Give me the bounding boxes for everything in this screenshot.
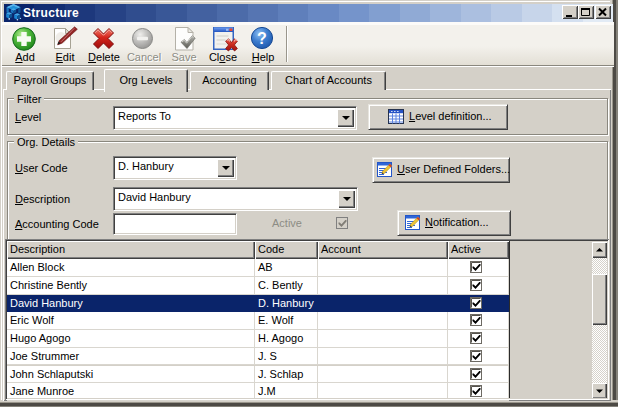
svg-text:?: ?: [257, 30, 267, 47]
